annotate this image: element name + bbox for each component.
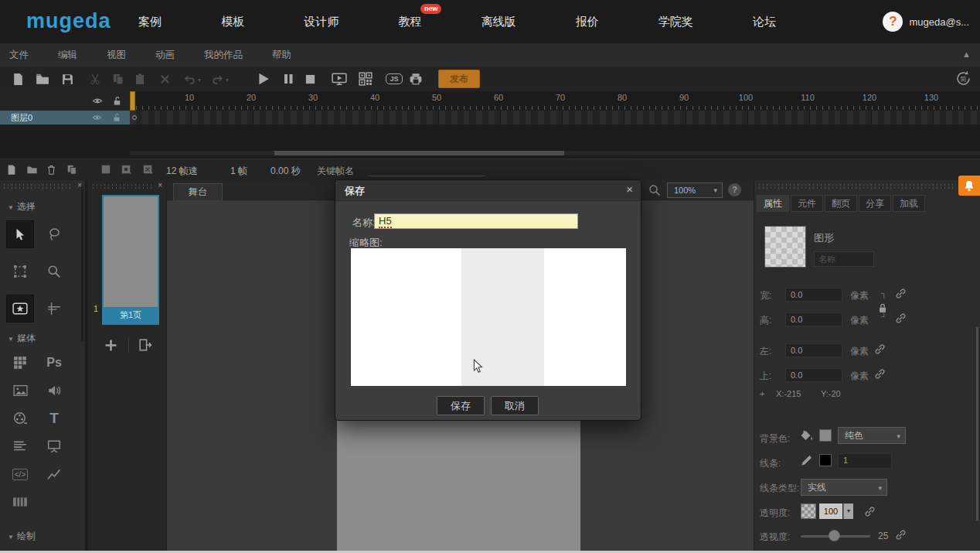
bg-type-select[interactable]: 纯色▾ — [838, 427, 906, 444]
collapse-panel-icon[interactable]: ▲ — [962, 49, 971, 59]
timeline-ruler[interactable]: 102030405060708090100110120130 — [158, 93, 962, 102]
add-page-icon[interactable] — [100, 335, 121, 355]
stop-icon[interactable] — [301, 70, 318, 87]
delete-icon[interactable] — [156, 70, 173, 87]
top-link-icon[interactable] — [874, 368, 886, 380]
top-input[interactable]: 0.0 — [785, 368, 842, 382]
pages-panel-drag-handle[interactable] — [91, 183, 155, 189]
save-button[interactable]: 保存 — [437, 396, 485, 415]
width-link-icon[interactable] — [895, 288, 907, 299]
nav-item-offline[interactable]: 离线版 — [481, 15, 516, 29]
chart-tool-icon[interactable] — [40, 460, 68, 488]
bg-color-swatch[interactable] — [819, 429, 832, 442]
filmstrip-tool-icon[interactable] — [6, 488, 34, 516]
save-icon[interactable] — [59, 70, 76, 87]
user-account[interactable]: ? mugeda@s... — [883, 0, 969, 43]
redo-icon[interactable] — [209, 70, 226, 87]
page-thumbnail[interactable]: 第1页 — [102, 195, 159, 325]
inspector-scrollbar[interactable] — [976, 327, 978, 521]
menu-help[interactable]: 帮助 — [272, 49, 291, 62]
clear-keyframe-icon[interactable] — [142, 164, 155, 176]
nav-item-designers[interactable]: 设计师 — [304, 15, 339, 29]
height-link-icon[interactable] — [895, 312, 907, 324]
opacity-checker-icon[interactable] — [801, 504, 816, 519]
undo-icon[interactable] — [181, 70, 198, 87]
empty-keyframe-marker[interactable] — [132, 115, 137, 120]
image-tool-icon[interactable] — [6, 377, 34, 405]
qr-preview-icon[interactable] — [357, 70, 374, 87]
tab-share[interactable]: 分享 — [859, 195, 891, 212]
canvas-zoom-icon[interactable] — [648, 184, 661, 196]
code-tool-icon[interactable]: </> — [6, 460, 34, 488]
menu-my-works[interactable]: 我的作品 — [204, 49, 243, 62]
js-export-icon[interactable]: JS — [384, 70, 404, 87]
tab-components[interactable]: 元件 — [791, 195, 823, 212]
section-select[interactable]: ▼选择 — [8, 200, 36, 213]
nav-item-templates[interactable]: 模板 — [221, 15, 244, 29]
line-width-input[interactable]: 1 — [838, 453, 892, 469]
duplicate-page-icon[interactable] — [134, 335, 155, 355]
zoom-level-select[interactable]: 100%▾ — [667, 183, 723, 198]
line-color-swatch[interactable] — [819, 454, 832, 466]
timeline-hscroll-track[interactable] — [130, 151, 980, 155]
width-input[interactable]: 0.0 — [785, 288, 842, 302]
layers-visibility-icon[interactable] — [92, 96, 103, 106]
save-dialog-titlebar[interactable]: 保存 × — [335, 180, 641, 201]
layer-frames-track[interactable] — [130, 111, 980, 125]
perspective-slider-knob[interactable] — [829, 530, 840, 541]
duplicate-layer-icon[interactable] — [66, 164, 79, 176]
transform-tool-icon[interactable] — [6, 258, 34, 285]
tab-properties[interactable]: 属性 — [757, 195, 789, 212]
pause-icon[interactable] — [280, 70, 297, 87]
components-library-icon[interactable] — [6, 349, 34, 377]
audio-tool-icon[interactable] — [40, 377, 68, 405]
play-icon[interactable] — [255, 70, 272, 87]
new-folder-layer-icon[interactable] — [26, 164, 39, 176]
notification-bell-icon[interactable] — [958, 176, 980, 196]
cut-icon[interactable] — [87, 70, 104, 87]
line-type-select[interactable]: 实线▾ — [801, 479, 887, 496]
help-icon[interactable]: ? — [728, 183, 741, 196]
insert-frame-icon[interactable] — [100, 164, 113, 176]
pencil-icon[interactable] — [800, 453, 814, 467]
publish-button[interactable]: 发布 — [438, 70, 480, 88]
nav-item-forum[interactable]: 论坛 — [753, 15, 776, 29]
left-link-icon[interactable] — [874, 343, 886, 355]
save-dialog-close-icon[interactable]: × — [626, 183, 633, 196]
layer-lock-icon[interactable] — [112, 113, 121, 122]
export-package-icon[interactable] — [407, 70, 424, 87]
redo-caret-icon[interactable]: ▾ — [226, 77, 229, 84]
text-tool-icon[interactable]: T — [40, 405, 68, 432]
section-media[interactable]: ▼媒体 — [8, 332, 36, 345]
cancel-button[interactable]: 取消 — [491, 396, 539, 415]
nav-item-cases[interactable]: 案例 — [138, 15, 162, 29]
height-input[interactable]: 0.0 — [785, 312, 842, 326]
section-draw[interactable]: ▼绘制 — [8, 530, 36, 543]
guides-tool-icon[interactable] — [40, 295, 68, 323]
paragraph-tool-icon[interactable] — [6, 432, 34, 460]
layer-row-0[interactable]: 图层0 — [0, 111, 130, 125]
timeline-hscroll-thumb[interactable] — [274, 151, 564, 155]
delete-layer-icon[interactable] — [46, 164, 59, 176]
nav-item-academy-award[interactable]: 学院奖 — [658, 15, 693, 29]
nav-item-pricing[interactable]: 报价 — [576, 15, 599, 29]
object-name-input[interactable]: 名称 — [814, 251, 874, 267]
symbol-tool-icon[interactable] — [6, 295, 34, 323]
preview-icon[interactable] — [331, 70, 348, 87]
left-input[interactable]: 0.0 — [785, 343, 842, 357]
tab-loading[interactable]: 加载 — [893, 195, 925, 212]
pages-panel-close-icon[interactable]: × — [158, 181, 162, 189]
insert-keyframe-icon[interactable] — [121, 164, 133, 176]
paste-icon[interactable] — [131, 70, 148, 87]
copy-icon[interactable] — [110, 70, 127, 87]
paint-bucket-icon[interactable] — [799, 428, 814, 443]
keyframe-name-input[interactable] — [368, 166, 485, 176]
rotate-language-icon[interactable]: 简 — [954, 70, 972, 87]
tools-panel-scrollbar[interactable] — [81, 186, 83, 341]
name-input[interactable]: H5 — [374, 213, 578, 229]
menu-file[interactable]: 文件 — [9, 49, 29, 62]
nav-item-tutorials[interactable]: 教程new — [398, 15, 421, 29]
opacity-spinner-icon[interactable]: ▾ — [843, 504, 853, 519]
whiteboard-tool-icon[interactable] — [40, 432, 68, 460]
photoshop-import-icon[interactable]: Ps — [40, 349, 68, 377]
